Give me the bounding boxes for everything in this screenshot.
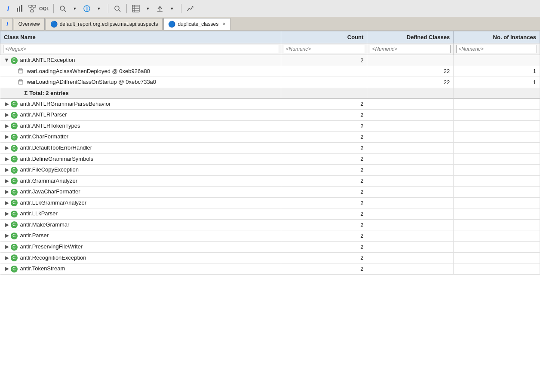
class-icon: C (11, 112, 18, 119)
child-class-name-cell: warLoadingADiffrentClassOnStartup @ 0xeb… (0, 77, 281, 88)
filter-no-of-instances[interactable] (454, 43, 540, 55)
table-row[interactable]: ▶Cantlr.ANTLRGrammarParseBehavior2 (0, 98, 540, 110)
count-cell: 2 (281, 263, 367, 275)
table-row[interactable]: ▶Cantlr.CharFormatter2 (0, 132, 540, 143)
expand-icon[interactable]: ▼ (4, 57, 10, 63)
count-cell: 2 (281, 98, 367, 110)
table-row[interactable]: ▶Cantlr.RecognitionException2 (0, 252, 540, 263)
svg-line-7 (32, 7, 34, 10)
stats-icon[interactable] (186, 4, 195, 13)
expand-icon[interactable]: ▶ (4, 210, 10, 217)
filter-count-input[interactable] (284, 45, 365, 53)
class-name-text: antlr.ANTLRTokenTypes (20, 122, 80, 129)
expand-icon[interactable]: ▶ (4, 188, 10, 195)
filter-defined-classes[interactable] (367, 43, 454, 55)
table-icon[interactable] (131, 4, 141, 13)
table-row[interactable]: ▶Cantlr.ANTLRTokenTypes2 (0, 120, 540, 132)
table-row[interactable]: ▶Cantlr.LLkParser2 (0, 208, 540, 220)
filter-class-name[interactable] (0, 43, 281, 55)
tab-report-icon: 🔵 (50, 21, 58, 28)
defined-classes-cell (367, 263, 454, 275)
class-icon: C (11, 167, 18, 174)
count-cell: 2 (281, 142, 367, 153)
tab-duplicate-classes[interactable]: 🔵 duplicate_classes ✕ (163, 18, 230, 30)
expand-icon[interactable]: ▶ (4, 254, 10, 261)
table-row[interactable]: ▶Cantlr.DefineGrammarSymbols2 (0, 153, 540, 165)
instances-cell (454, 242, 540, 253)
filter-count[interactable] (281, 43, 367, 55)
table-row[interactable]: ▶Cantlr.MakeGrammar2 (0, 219, 540, 230)
col-header-no-of-instances[interactable]: No. of Instances (454, 31, 540, 43)
expand-icon[interactable]: ▶ (4, 144, 10, 151)
filter-defined-input[interactable] (370, 45, 451, 53)
heap-dropdown-icon[interactable]: ▼ (94, 4, 104, 13)
table-container: Class Name Count Defined Classes No. of … (0, 31, 540, 392)
bar-chart-icon[interactable] (15, 4, 25, 13)
table-row[interactable]: ▶Cantlr.Parser2 (0, 230, 540, 242)
export-icon[interactable] (155, 4, 165, 13)
table-row[interactable]: ▶Cantlr.LLkGrammarAnalyzer2 (0, 197, 540, 208)
svg-point-11 (115, 6, 119, 10)
table-row[interactable]: ▶Cantlr.PreservingFileWriter2 (0, 242, 540, 253)
expand-icon[interactable]: ▶ (4, 221, 10, 228)
expand-icon[interactable]: ▶ (4, 232, 10, 239)
table-row[interactable]: ▶Cantlr.ANTLRParser2 (0, 110, 540, 121)
instances-cell (454, 153, 540, 165)
expand-icon[interactable]: ▶ (4, 101, 10, 107)
table-row[interactable]: warLoadingAclassWhenDeployed @ 0xeb926a8… (0, 66, 540, 77)
class-icon: C (11, 134, 18, 141)
search-icon[interactable] (113, 4, 122, 13)
table-row[interactable]: ▶Cantlr.TokenStream2 (0, 263, 540, 275)
expand-icon[interactable]: ▶ (4, 122, 10, 129)
svg-point-8 (60, 6, 64, 10)
toolbar-info-icon[interactable]: i (3, 4, 13, 13)
table-row[interactable]: ▶Cantlr.DefaultToolErrorHandler2 (0, 142, 540, 153)
filter-class-name-input[interactable] (3, 45, 278, 53)
tab-info[interactable]: i (2, 18, 13, 30)
export-dropdown-icon[interactable]: ▼ (167, 4, 177, 13)
table-row[interactable]: ▶Cantlr.GrammarAnalyzer2 (0, 175, 540, 187)
expand-icon[interactable]: ▶ (4, 178, 10, 184)
class-name-text: antlr.RecognitionException (20, 254, 86, 261)
expand-icon[interactable]: ▶ (4, 199, 10, 206)
class-name-cell: ▶Cantlr.ANTLRParser (0, 110, 281, 121)
table-dropdown-icon[interactable]: ▼ (143, 4, 153, 13)
child-instances-cell: 1 (454, 77, 540, 88)
col-header-class-name[interactable]: Class Name (0, 31, 281, 43)
expand-icon[interactable]: ▶ (4, 265, 10, 272)
table-row[interactable]: warLoadingADiffrentClassOnStartup @ 0xeb… (0, 77, 540, 88)
table-row[interactable]: ▼Cantlr.ANTLRException2 (0, 55, 540, 66)
svg-line-12 (119, 10, 120, 12)
expand-icon[interactable]: ▶ (4, 243, 10, 250)
tab-bar: i Overview 🔵 default_report org.eclipse.… (0, 17, 540, 31)
instances-cell (454, 208, 540, 220)
table-row[interactable]: ▶Cantlr.JavaCharFormatter2 (0, 187, 540, 198)
oql-icon[interactable]: OQL (40, 4, 49, 13)
heap-icon[interactable] (82, 4, 92, 13)
class-name-cell: ▶Cantlr.FileCopyException (0, 165, 281, 176)
class-icon: C (11, 233, 18, 239)
filter-instances-input[interactable] (456, 45, 537, 53)
expand-icon[interactable]: ▶ (4, 111, 10, 118)
expand-icon[interactable]: ▶ (4, 166, 10, 173)
col-header-defined-classes[interactable]: Defined Classes (367, 31, 454, 43)
expand-icon[interactable]: ▶ (4, 156, 10, 162)
svg-rect-1 (19, 6, 20, 12)
inspect-dropdown-icon[interactable]: ▼ (70, 4, 80, 13)
inspect-icon[interactable] (58, 4, 68, 13)
tab-overview[interactable]: Overview (14, 18, 45, 30)
class-icon: C (11, 244, 18, 251)
expand-icon[interactable]: ▶ (4, 133, 10, 140)
class-icon: C (11, 101, 18, 107)
class-name-text: antlr.ANTLRGrammarParseBehavior (20, 101, 111, 107)
count-cell: 2 (281, 197, 367, 208)
class-hierarchy-icon[interactable] (28, 4, 37, 13)
col-header-count[interactable]: Count (281, 31, 367, 43)
tab-info-icon: i (6, 21, 8, 28)
defined-classes-cell (367, 132, 454, 143)
table-row[interactable]: ▶Cantlr.FileCopyException2 (0, 165, 540, 176)
count-cell: 2 (281, 153, 367, 165)
tab-close-icon[interactable]: ✕ (222, 21, 226, 26)
class-icon: C (11, 254, 18, 261)
tab-default-report[interactable]: 🔵 default_report org.eclipse.mat.api:sus… (46, 18, 163, 30)
